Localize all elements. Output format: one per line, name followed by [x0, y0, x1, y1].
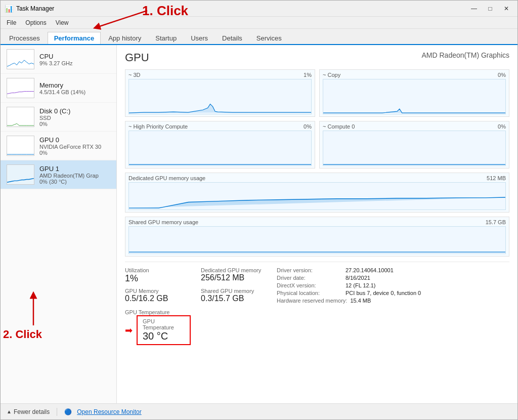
sidebar-item-gpu0[interactable]: GPU 0 NVIDIA GeForce RTX 30 0% [1, 132, 116, 160]
driver-info-section: Driver version: 27.20.14064.10001 Driver… [267, 267, 509, 345]
panel-title: GPU [125, 51, 149, 64]
tab-performance[interactable]: Performance [48, 32, 101, 44]
gpu0-thumb [7, 136, 34, 156]
menu-file[interactable]: File [3, 18, 20, 27]
chart-dedicated-label: Dedicated GPU memory usage [128, 175, 205, 181]
chart-compute0: ~ Compute 0 0% [319, 121, 509, 169]
cpu-name: CPU [39, 53, 110, 60]
panel-header: GPU AMD Radeon(TM) Graphics [125, 51, 509, 64]
bottom-bar: ▲ Fewer details 🔵 Open Resource Monitor [1, 403, 517, 419]
charts-grid-top: ~ 3D 1% ~ Copy 0% [125, 69, 509, 169]
driver-date: 8/16/2021 [346, 275, 370, 281]
tab-users[interactable]: Users [184, 32, 214, 44]
chart-copy-percent: 0% [498, 72, 506, 78]
memory-info: Memory 4.5/31.4 GB (14%) [39, 81, 110, 95]
chevron-up-icon: ▲ [7, 409, 12, 414]
gpu0-name: GPU 0 [39, 136, 110, 144]
menu-options[interactable]: Options [21, 18, 50, 27]
chart-3d: ~ 3D 1% [125, 69, 315, 117]
hw-reserved-memory: 15.4 MB [350, 298, 371, 304]
sidebar-item-memory[interactable]: Memory 4.5/31.4 GB (14%) [1, 74, 116, 103]
driver-version: 27.20.14064.10001 [346, 267, 394, 273]
resource-monitor-icon: 🔵 [64, 408, 72, 415]
stat-gpu-temp-container: GPU Temperature ➡ GPU Temperature 30 °C [125, 309, 191, 345]
gpu-temp-value: 30 °C [143, 330, 185, 342]
chart-highpri-inner [128, 131, 312, 166]
chart-compute0-inner [323, 131, 506, 166]
gpu1-info: GPU 1 AMD Radeon(TM) Grap 0% (30 °C) [39, 165, 110, 185]
chart-compute0-label: ~ Compute 0 [323, 123, 355, 130]
stat-dedicated-mem: Dedicated GPU memory 256/512 MB [201, 267, 267, 284]
memory-thumb [7, 78, 34, 98]
physical-location: PCI bus 7, device 0, function 0 [346, 290, 421, 296]
arrow-temp-icon: ➡ [125, 325, 133, 336]
directx-version: 12 (FL 12.1) [346, 282, 376, 288]
chart-shared-max: 15.7 GB [486, 219, 506, 225]
stat-utilization: Utilization 1% [125, 267, 191, 284]
disk0-name: Disk 0 (C:) [39, 107, 110, 115]
cpu-info: CPU 9% 3.27 GHz [39, 53, 110, 66]
disk0-info: Disk 0 (C:) SSD 0% [39, 107, 110, 127]
gpu-temp-box: GPU Temperature 30 °C [137, 315, 191, 345]
tab-processes[interactable]: Processes [3, 32, 47, 44]
chart-highpri-percent: 0% [304, 123, 312, 130]
chart-dedicated-inner [128, 182, 506, 210]
chart-compute0-percent: 0% [498, 123, 506, 130]
gpu1-thumb [7, 164, 34, 185]
close-button[interactable]: ✕ [499, 4, 513, 14]
chart-3d-inner [128, 79, 312, 114]
cpu-thumb [7, 49, 34, 69]
gpu0-usage: 0% [39, 150, 110, 156]
chart-3d-label: ~ 3D [128, 72, 141, 78]
tabs: Processes Performance App history Startu… [1, 29, 517, 45]
cpu-usage: 9% 3.27 GHz [39, 60, 110, 66]
stat-shared-mem: Shared GPU memory 0.3/15.7 GB [201, 288, 267, 303]
chart-shared-inner [128, 226, 506, 254]
memory-usage: 4.5/31.4 GB (14%) [39, 89, 110, 95]
panel-subtitle: AMD Radeon(TM) Graphics [422, 51, 510, 59]
minimize-button[interactable]: — [467, 4, 481, 14]
open-resource-monitor-link[interactable]: Open Resource Monitor [77, 408, 141, 415]
disk0-thumb [7, 107, 34, 127]
disk0-type: SSD [39, 115, 110, 121]
gpu1-name: GPU 1 [39, 165, 110, 173]
chart-shared: Shared GPU memory usage 15.7 GB [125, 217, 509, 257]
main-content: CPU 9% 3.27 GHz Memory 4.5/31.4 GB (14%) [1, 45, 517, 403]
stat-gpu-memory: GPU Memory 0.5/16.2 GB [125, 288, 191, 303]
tab-details[interactable]: Details [215, 32, 249, 44]
chart-dedicated: Dedicated GPU memory usage 512 MB [125, 173, 509, 213]
app-title: Task Manager [16, 5, 54, 12]
chart-highpri-label: ~ High Priority Compute [128, 123, 188, 130]
gpu1-model: AMD Radeon(TM) Grap [39, 173, 110, 179]
tab-apphistory[interactable]: App history [102, 32, 148, 44]
tab-startup[interactable]: Startup [149, 32, 183, 44]
gpu1-usage: 0% (30 °C) [39, 179, 110, 185]
sidebar-item-gpu1[interactable]: GPU 1 AMD Radeon(TM) Grap 0% (30 °C) [1, 160, 116, 189]
gpu0-model: NVIDIA GeForce RTX 30 [39, 144, 110, 150]
sidebar: CPU 9% 3.27 GHz Memory 4.5/31.4 GB (14%) [1, 45, 117, 403]
menu-bar: File Options View [1, 17, 517, 29]
maximize-button[interactable]: □ [483, 4, 497, 14]
title-bar: 📊 Task Manager — □ ✕ [1, 1, 517, 17]
app-icon: 📊 [5, 5, 13, 13]
chart-shared-label: Shared GPU memory usage [128, 219, 198, 225]
chart-3d-percent: 1% [304, 72, 312, 78]
menu-view[interactable]: View [52, 18, 73, 27]
memory-name: Memory [39, 81, 110, 89]
chart-dedicated-max: 512 MB [487, 175, 506, 181]
chart-copy-label: ~ Copy [323, 72, 340, 78]
chart-copy: ~ Copy 0% [319, 69, 509, 117]
chart-highpri: ~ High Priority Compute 0% [125, 121, 315, 169]
tab-services[interactable]: Services [250, 32, 288, 44]
chart-copy-inner [323, 79, 506, 114]
sidebar-item-cpu[interactable]: CPU 9% 3.27 GHz [1, 45, 116, 74]
performance-panel: GPU AMD Radeon(TM) Graphics ~ 3D 1% [117, 45, 517, 403]
disk0-usage: 0% [39, 121, 110, 127]
gpu0-info: GPU 0 NVIDIA GeForce RTX 30 0% [39, 136, 110, 156]
fewer-details-label: Fewer details [14, 408, 50, 415]
sidebar-item-disk0[interactable]: Disk 0 (C:) SSD 0% [1, 103, 116, 132]
fewer-details-button[interactable]: ▲ Fewer details [7, 408, 50, 415]
